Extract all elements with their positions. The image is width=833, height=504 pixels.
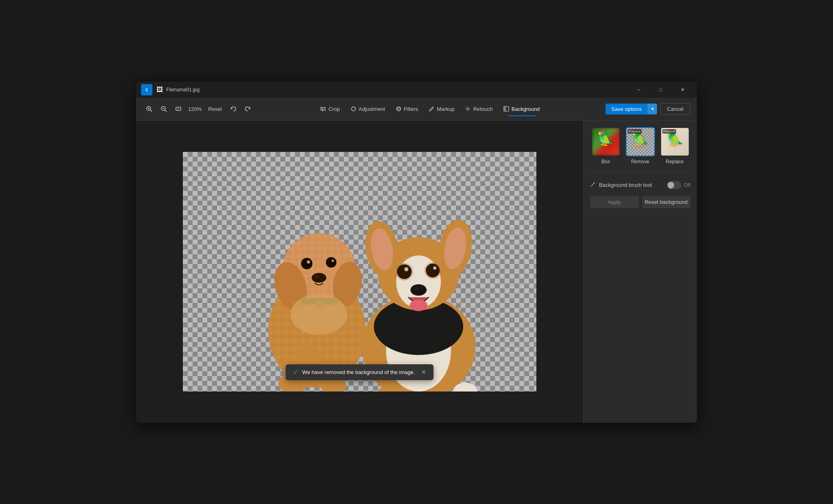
tool-background[interactable]: Background	[499, 104, 544, 115]
save-options-main-btn[interactable]: Save options	[605, 104, 647, 115]
undo-button[interactable]	[227, 102, 240, 115]
svg-point-52	[414, 287, 419, 290]
reset-button[interactable]: Reset	[205, 104, 225, 114]
tool-retouch-label: Retouch	[473, 106, 492, 112]
app-window: 🖼 Filename01.jpg – □ ✕	[136, 82, 697, 423]
svg-point-51	[410, 284, 427, 296]
svg-point-48	[433, 266, 436, 270]
replace-preview-label: Preview	[662, 129, 676, 134]
preview-label: Preview	[628, 129, 642, 134]
toast-check-icon: ✓	[293, 368, 298, 376]
redo-button[interactable]	[241, 102, 254, 115]
svg-point-35	[291, 294, 347, 335]
tool-background-label: Background	[512, 106, 540, 112]
save-options-button[interactable]: Save options ▾	[605, 104, 657, 115]
blur-parrot: 🦜	[597, 130, 615, 147]
brush-tool-row: Background brush tool Off	[590, 181, 690, 189]
save-options-dropdown-btn[interactable]: ▾	[648, 104, 657, 114]
bg-blur-thumb: 🦜	[591, 127, 620, 156]
bg-options: 🦜 Blur 🦜 Preview Remove	[590, 127, 690, 164]
svg-point-45	[397, 264, 412, 279]
zoom-out-button[interactable]	[157, 102, 170, 115]
toolbar-left: 120% Reset	[143, 102, 254, 115]
brush-icon	[590, 182, 596, 188]
zoom-in-button[interactable]	[143, 102, 156, 115]
brush-tool-toggle[interactable]	[667, 181, 681, 189]
tool-filters-label: Filters	[404, 106, 418, 112]
svg-point-47	[404, 267, 408, 271]
tool-markup-label: Markup	[437, 106, 454, 112]
brush-tool-label: Background brush tool	[599, 182, 664, 188]
action-buttons: Apply Reset background	[590, 196, 690, 208]
toolbar: 120% Reset	[136, 98, 697, 121]
tool-adjustment-label: Adjustment	[359, 106, 385, 112]
close-button[interactable]: ✕	[673, 84, 692, 96]
svg-point-26	[307, 260, 310, 264]
canvas-area: ✓ We have removed the background of the …	[136, 121, 583, 423]
window-controls: – □ ✕	[629, 84, 692, 96]
dogs-image	[183, 152, 536, 392]
svg-point-29	[315, 276, 319, 278]
back-button[interactable]	[141, 84, 152, 95]
toggle-container[interactable]: Off	[667, 181, 690, 189]
svg-point-53	[410, 300, 427, 311]
svg-line-1	[150, 110, 152, 112]
svg-rect-17	[504, 106, 506, 111]
minimize-button[interactable]: –	[629, 84, 648, 96]
bg-replace-thumb: 🦜 Preview	[660, 127, 690, 156]
tool-retouch[interactable]: Retouch	[460, 104, 497, 115]
maximize-button[interactable]: □	[651, 84, 670, 96]
toast-message: We have removed the background of the im…	[302, 369, 415, 375]
svg-point-27	[332, 260, 334, 262]
svg-line-5	[165, 110, 167, 112]
svg-point-14	[467, 108, 469, 110]
tool-crop[interactable]: Crop	[315, 104, 345, 115]
svg-point-24	[301, 258, 312, 269]
right-panel: 🦜 Blur 🦜 Preview Remove	[583, 121, 697, 423]
toolbar-right: Save options ▾ Cancel	[605, 103, 690, 115]
title-bar: 🖼 Filename01.jpg – □ ✕	[136, 82, 697, 98]
window-title: Filename01.jpg	[166, 87, 629, 93]
divider-1	[590, 173, 690, 173]
tool-adjustment[interactable]: Adjustment	[346, 104, 390, 115]
image-container: ✓ We have removed the background of the …	[183, 152, 536, 392]
svg-point-25	[326, 257, 336, 268]
apply-button[interactable]: Apply	[590, 196, 639, 208]
svg-point-10	[397, 107, 401, 111]
cancel-button[interactable]: Cancel	[660, 103, 690, 115]
svg-point-28	[312, 273, 326, 283]
zoom-value: 120%	[187, 106, 203, 112]
svg-point-15	[466, 107, 470, 111]
fit-view-button[interactable]	[172, 102, 185, 115]
replace-label: Replace	[666, 159, 683, 164]
reset-background-button[interactable]: Reset background	[642, 196, 691, 208]
main-content: ✓ We have removed the background of the …	[136, 121, 697, 423]
tool-filters[interactable]: Filters	[391, 104, 423, 115]
bg-remove-thumb: 🦜 Preview	[626, 127, 655, 156]
toast-close-button[interactable]: ✕	[421, 369, 426, 375]
bg-option-blur[interactable]: 🦜 Blur	[590, 127, 621, 164]
remove-label: Remove	[631, 159, 649, 164]
tool-crop-label: Crop	[328, 106, 340, 112]
tool-markup[interactable]: Markup	[424, 104, 459, 115]
bg-option-replace[interactable]: 🦜 Preview Replace	[659, 127, 690, 164]
file-icon: 🖼	[156, 86, 164, 93]
bg-option-remove[interactable]: 🦜 Preview Remove	[625, 127, 656, 164]
blur-label: Blur	[601, 159, 610, 164]
nav-tools: Crop Adjustment Filters	[256, 104, 604, 115]
svg-point-46	[426, 264, 440, 277]
toast-notification: ✓ We have removed the background of the …	[286, 364, 434, 380]
toggle-off-label: Off	[684, 182, 690, 188]
